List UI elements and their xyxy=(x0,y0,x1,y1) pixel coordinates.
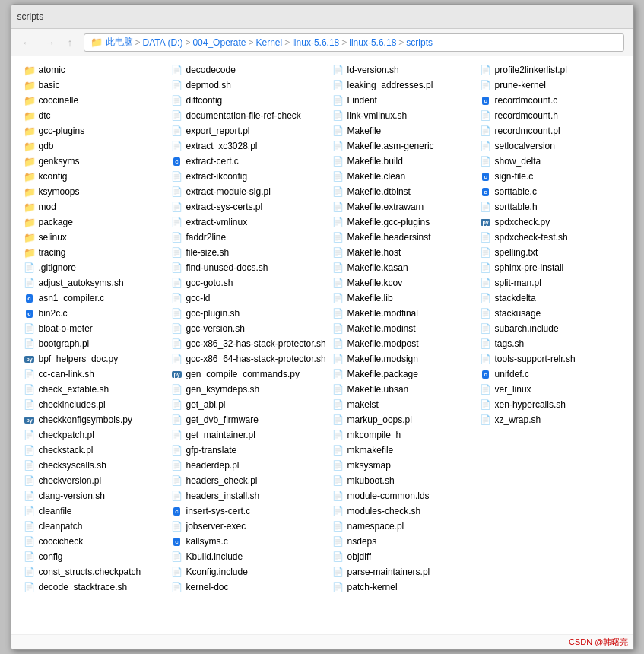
list-item[interactable]: 📄show_delta xyxy=(477,154,624,169)
list-item[interactable]: 📄headers_check.pl xyxy=(167,473,328,488)
list-item[interactable]: 📄namespace.pl xyxy=(329,519,477,534)
list-item[interactable]: pyspdxcheck.py xyxy=(477,214,624,230)
list-item[interactable]: 📄clang-version.sh xyxy=(21,488,168,503)
list-item[interactable]: 📄checkpatch.pl xyxy=(21,427,168,443)
list-item[interactable]: 📄Kconfig.include xyxy=(167,564,328,579)
list-item[interactable]: 📄decode_stacktrace.sh xyxy=(21,579,168,595)
list-item[interactable]: 📄markup_oops.pl xyxy=(329,412,477,427)
list-item[interactable]: 📁ksymoops xyxy=(21,184,168,199)
list-item[interactable]: cinsert-sys-cert.c xyxy=(167,503,328,519)
list-item[interactable]: cextract-cert.c xyxy=(167,154,328,169)
list-item[interactable]: 📄extract-ikconfig xyxy=(167,169,328,184)
address-bar[interactable]: 📁 此电脑 > DATA (D:) > 004_Operate > Kernel… xyxy=(84,33,624,52)
list-item[interactable]: 📄prune-kernel xyxy=(477,78,624,93)
list-item[interactable]: 📄spdxcheck-test.sh xyxy=(477,230,624,245)
list-item[interactable]: 📄nsdeps xyxy=(329,534,477,549)
list-item[interactable]: 📁dtc xyxy=(21,108,168,123)
list-item[interactable]: 📄faddr2line xyxy=(167,230,328,245)
list-item[interactable]: 📄xz_wrap.sh xyxy=(477,412,624,427)
list-item[interactable]: 📄checkversion.pl xyxy=(21,473,168,488)
list-item[interactable]: 📄get_abi.pl xyxy=(167,397,328,412)
list-item[interactable]: 📄bloat-o-meter xyxy=(21,321,168,336)
list-item[interactable]: csorttable.c xyxy=(477,184,624,199)
list-item[interactable]: 📄patch-kernel xyxy=(329,579,477,595)
list-item[interactable]: 📄tools-support-relr.sh xyxy=(477,351,624,367)
list-item[interactable]: pybpf_helpers_doc.py xyxy=(21,351,168,367)
forward-button[interactable]: → xyxy=(40,33,60,52)
list-item[interactable]: 📄Makefile.modfinal xyxy=(329,306,477,321)
list-item[interactable]: 📄Makefile.ubsan xyxy=(329,382,477,397)
list-item[interactable]: 📄ver_linux xyxy=(477,382,624,397)
list-item[interactable]: 📄coccicheck xyxy=(21,534,168,549)
list-item[interactable]: 📄check_extable.sh xyxy=(21,382,168,397)
list-item[interactable]: 📄headers_install.sh xyxy=(167,488,328,503)
list-item[interactable]: 📄gen_ksymdeps.sh xyxy=(167,382,328,397)
list-item[interactable]: 📄Makefile.headersinst xyxy=(329,230,477,245)
list-item[interactable]: 📄sphinx-pre-install xyxy=(477,260,624,275)
list-item[interactable]: 📄extract-vmlinux xyxy=(167,214,328,230)
list-item[interactable]: 📄extract_xc3028.pl xyxy=(167,138,328,154)
list-item[interactable]: 📄Makefile.lib xyxy=(329,290,477,306)
list-item[interactable]: 📄Lindent xyxy=(329,93,477,108)
list-item[interactable]: 📄Makefile.kasan xyxy=(329,260,477,275)
list-item[interactable]: 📄jobserver-exec xyxy=(167,519,328,534)
list-item[interactable]: 📄cleanpatch xyxy=(21,519,168,534)
list-item[interactable]: 📄export_report.pl xyxy=(167,123,328,138)
list-item[interactable]: 📄profile2linkerlist.pl xyxy=(477,62,624,78)
list-item[interactable]: 📄link-vmlinux.sh xyxy=(329,108,477,123)
list-item[interactable]: 📁gdb xyxy=(21,138,168,154)
address-part-4[interactable]: Kernel xyxy=(256,37,283,48)
list-item[interactable]: 📄checkincludes.pl xyxy=(21,397,168,412)
list-item[interactable]: 📄stackusage xyxy=(477,306,624,321)
list-item[interactable]: 📄.gitignore xyxy=(21,260,168,275)
list-item[interactable]: 📄diffconfig xyxy=(167,93,328,108)
list-item[interactable]: 📁tracing xyxy=(21,245,168,260)
list-item[interactable]: 📄extract-sys-certs.pl xyxy=(167,199,328,214)
list-item[interactable]: 📄Makefile.gcc-plugins xyxy=(329,214,477,230)
list-item[interactable]: 📄gcc-version.sh xyxy=(167,321,328,336)
list-item[interactable]: 📄ld-version.sh xyxy=(329,62,477,78)
list-item[interactable]: 📄mkmakefile xyxy=(329,443,477,458)
list-item[interactable]: 📄Makefile.build xyxy=(329,154,477,169)
list-item[interactable]: 📄Makefile.asm-generic xyxy=(329,138,477,154)
list-item[interactable]: pygen_compile_commands.py xyxy=(167,367,328,382)
list-item[interactable]: 📄split-man.pl xyxy=(477,275,624,290)
list-item[interactable]: 📄Makefile.clean xyxy=(329,169,477,184)
list-item[interactable]: 📄get_dvb_firmware xyxy=(167,412,328,427)
list-item[interactable]: 📄get_maintainer.pl xyxy=(167,427,328,443)
list-item[interactable]: 📁selinux xyxy=(21,230,168,245)
list-item[interactable]: 📁kconfig xyxy=(21,169,168,184)
list-item[interactable]: 📄bootgraph.pl xyxy=(21,336,168,351)
back-button[interactable]: ← xyxy=(17,33,37,52)
list-item[interactable]: 📁package xyxy=(21,214,168,230)
list-item[interactable]: 📄setlocalversion xyxy=(477,138,624,154)
list-item[interactable]: 📄Makefile.package xyxy=(329,367,477,382)
list-item[interactable]: 📄gcc-x86_32-has-stack-protector.sh xyxy=(167,336,328,351)
list-item[interactable]: 📄checksyscalls.sh xyxy=(21,458,168,473)
list-item[interactable]: 📄gcc-plugin.sh xyxy=(167,306,328,321)
list-item[interactable]: 📄const_structs.checkpatch xyxy=(21,564,168,579)
list-item[interactable]: 📄Makefile.modinst xyxy=(329,321,477,336)
list-item[interactable]: 📄Makefile.host xyxy=(329,245,477,260)
list-item[interactable]: 📄gcc-x86_64-has-stack-protector.sh xyxy=(167,351,328,367)
list-item[interactable]: 📄module-common.lds xyxy=(329,488,477,503)
list-item[interactable]: 📄mkuboot.sh xyxy=(329,473,477,488)
list-item[interactable]: 📄subarch.include xyxy=(477,321,624,336)
list-item[interactable]: 📄kernel-doc xyxy=(167,579,328,595)
list-item[interactable]: 📄cleanfile xyxy=(21,503,168,519)
list-item[interactable]: 📁basic xyxy=(21,78,168,93)
list-item[interactable]: 📄checkstack.pl xyxy=(21,443,168,458)
list-item[interactable]: 📁coccinelle xyxy=(21,93,168,108)
list-item[interactable]: 📁mod xyxy=(21,199,168,214)
list-item[interactable]: 📄xen-hypercalls.sh xyxy=(477,397,624,412)
list-item[interactable]: 📄config xyxy=(21,549,168,564)
list-item[interactable]: 📄tags.sh xyxy=(477,336,624,351)
list-item[interactable]: 📄gcc-ld xyxy=(167,290,328,306)
list-item[interactable]: 📄Makefile.modpost xyxy=(329,336,477,351)
list-item[interactable]: cunifdef.c xyxy=(477,367,624,382)
list-item[interactable]: 📄adjust_autoksyms.sh xyxy=(21,275,168,290)
list-item[interactable]: 📄sorttable.h xyxy=(477,199,624,214)
address-part-2[interactable]: DATA (D:) xyxy=(143,37,183,48)
list-item[interactable]: 📄gfp-translate xyxy=(167,443,328,458)
list-item[interactable]: 📄depmod.sh xyxy=(167,78,328,93)
